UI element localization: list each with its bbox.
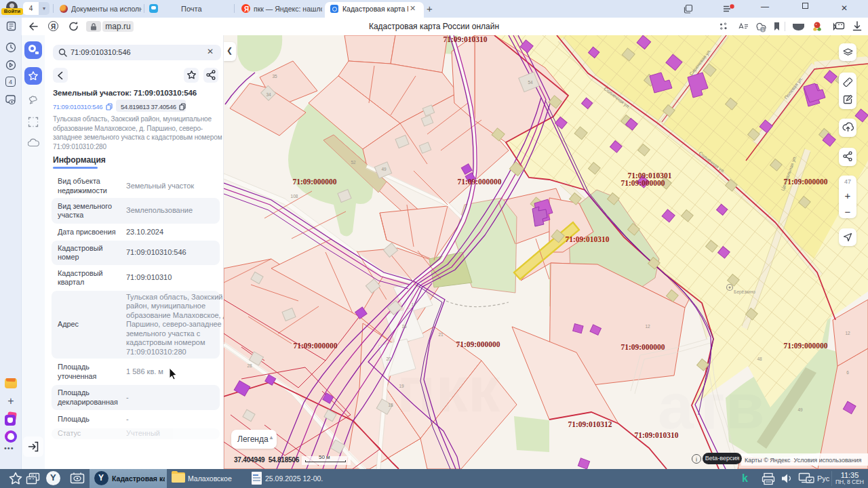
svg-text:49: 49 bbox=[381, 167, 387, 171]
svg-text:16: 16 bbox=[401, 324, 407, 329]
svg-text:52: 52 bbox=[351, 160, 356, 165]
svg-text:71:09:000000: 71:09:000000 bbox=[620, 179, 665, 187]
svg-text:48: 48 bbox=[757, 357, 762, 361]
svg-text:71:09:010312: 71:09:010312 bbox=[568, 420, 612, 428]
svg-text:18: 18 bbox=[388, 403, 393, 407]
svg-text:28: 28 bbox=[247, 363, 252, 368]
svg-text:71:09:010310: 71:09:010310 bbox=[565, 235, 609, 243]
svg-text:49: 49 bbox=[797, 407, 803, 412]
svg-text:пкк: пкк bbox=[397, 353, 500, 425]
svg-text:54: 54 bbox=[528, 80, 533, 85]
svg-text:21: 21 bbox=[438, 332, 443, 337]
svg-text:71:09:000000: 71:09:000000 bbox=[620, 343, 665, 351]
svg-text:108: 108 bbox=[291, 194, 298, 199]
svg-text:20: 20 bbox=[386, 357, 391, 361]
svg-text:34: 34 bbox=[266, 92, 271, 97]
svg-text:6: 6 bbox=[846, 370, 849, 375]
svg-text:17: 17 bbox=[411, 302, 416, 307]
svg-text:71:09:000000: 71:09:000000 bbox=[783, 342, 827, 350]
svg-text:71:09:000000: 71:09:000000 bbox=[292, 178, 336, 186]
svg-text:12: 12 bbox=[845, 331, 850, 336]
svg-text:12: 12 bbox=[645, 324, 650, 329]
svg-text:Берёзкино: Берёзкино bbox=[734, 289, 755, 295]
svg-text:71:09:000000: 71:09:000000 bbox=[293, 342, 337, 350]
svg-text:71:09:010310: 71:09:010310 bbox=[634, 431, 678, 439]
svg-text:71:09:000000: 71:09:000000 bbox=[457, 178, 501, 186]
svg-text:71:09:000000: 71:09:000000 bbox=[783, 178, 827, 186]
svg-text:71:09:010310: 71:09:010310 bbox=[443, 35, 487, 43]
svg-text:71:09:000000: 71:09:000000 bbox=[456, 340, 500, 348]
svg-text:35: 35 bbox=[272, 74, 277, 79]
